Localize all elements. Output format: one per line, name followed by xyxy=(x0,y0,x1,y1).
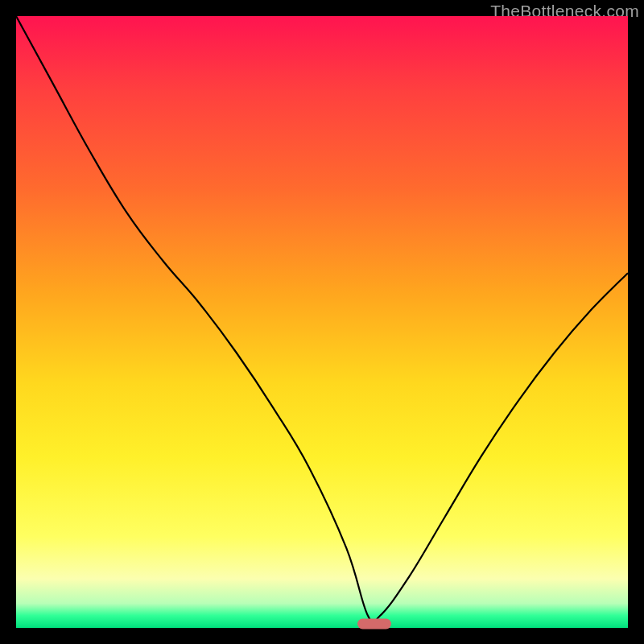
optimal-point-marker xyxy=(357,619,391,630)
bottleneck-curve xyxy=(16,16,628,628)
chart-frame xyxy=(16,16,628,628)
